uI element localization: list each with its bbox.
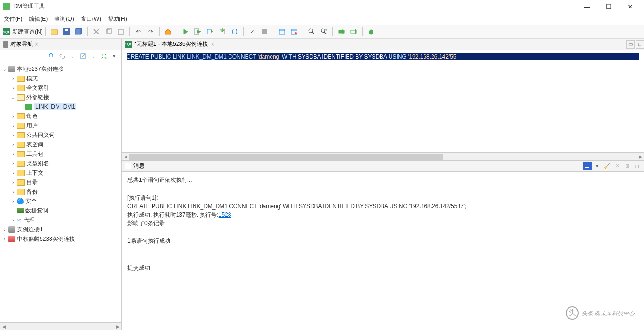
exec-id-link[interactable]: 1528 <box>219 212 231 218</box>
menu-edit[interactable]: 编辑(E) <box>29 15 48 23</box>
tree-node-backup[interactable]: ›备份 <box>0 187 121 196</box>
svg-line-20 <box>324 32 326 34</box>
minimize-button[interactable]: — <box>576 0 598 13</box>
tree-node-replication[interactable]: 数据复制 <box>0 206 121 215</box>
tree-node-tablespace[interactable]: ›表空间 <box>0 140 121 149</box>
sidebar: 对象导航 × ⋮ ⋮ ▾ ⌄本地5237实例连接 ›模式 ›全文索引 ⌄外部链接… <box>0 39 122 330</box>
tree-node-link-dm-dm1[interactable]: LINK_DM_DM1 <box>0 102 121 111</box>
expand-icon[interactable] <box>100 52 108 60</box>
tree-node-fulltext[interactable]: ›全文索引 <box>0 83 121 93</box>
separator: ⋮ <box>89 52 98 60</box>
connection-icon <box>8 226 15 233</box>
maximize-pane-icon[interactable]: □ <box>636 40 644 49</box>
tree-node-synonym[interactable]: ›公共同义词 <box>0 130 121 140</box>
menubar: 文件(F) 编辑(E) 查询(Q) 窗口(W) 帮助(H) <box>0 13 644 25</box>
tree-node-external-links[interactable]: ⌄外部链接 <box>0 93 121 102</box>
toggle1-icon[interactable] <box>336 26 347 37</box>
execute-icon[interactable] <box>180 26 191 37</box>
calendar2-icon[interactable] <box>289 26 299 37</box>
menu-dropdown-icon[interactable]: ▾ <box>110 52 119 60</box>
open-icon[interactable] <box>49 26 59 37</box>
minimize-pane-icon[interactable]: ▭ <box>626 40 635 49</box>
sidebar-tab-close-icon[interactable]: × <box>35 41 38 48</box>
message-icon <box>125 163 131 169</box>
home-icon[interactable] <box>163 26 173 37</box>
msg-max-icon[interactable]: □ <box>633 162 641 170</box>
toggle2-icon[interactable] <box>348 26 359 37</box>
object-tree[interactable]: ⌄本地5237实例连接 ›模式 ›全文索引 ⌄外部链接 LINK_DM_DM1 … <box>0 62 121 322</box>
connection-icon <box>8 66 15 72</box>
tree-node-user[interactable]: ›用户 <box>0 121 121 130</box>
bug-icon[interactable] <box>366 26 376 37</box>
svg-line-27 <box>52 57 54 59</box>
stop-icon[interactable] <box>259 26 270 37</box>
msg-dropdown-icon[interactable]: ▾ <box>593 162 602 170</box>
editor-tab-close-icon[interactable]: × <box>211 41 214 48</box>
undo-icon[interactable]: ↶ <box>133 26 144 37</box>
svg-point-17 <box>309 29 313 33</box>
sidebar-tab[interactable]: 对象导航 × <box>0 39 121 50</box>
messages-tab-label[interactable]: 消息 <box>133 162 144 170</box>
link-icon[interactable] <box>58 52 67 60</box>
svg-point-19 <box>321 29 325 33</box>
save-icon[interactable] <box>61 26 72 37</box>
execute-script-icon[interactable] <box>193 26 203 37</box>
brackets-icon[interactable] <box>229 26 240 37</box>
svg-rect-2 <box>65 29 68 31</box>
msg-line: CREATE PUBLIC LINK LINK_DM_DM1 CONNECT '… <box>127 202 638 211</box>
menu-window[interactable]: 窗口(W) <box>81 15 101 23</box>
tree-node-directory[interactable]: ›目录 <box>0 178 121 187</box>
menu-file[interactable]: 文件(F) <box>4 15 22 23</box>
tree-node-typealias[interactable]: ›类型别名 <box>0 159 121 168</box>
calendar1-icon[interactable] <box>277 26 287 37</box>
export-icon[interactable] <box>217 26 228 37</box>
svg-point-16 <box>295 32 297 34</box>
redo-icon[interactable]: ↷ <box>145 26 156 37</box>
editor-tab-label[interactable]: *无标题1 - 本地5236实例连接 <box>134 40 208 48</box>
separator: ⋮ <box>68 52 77 60</box>
msg-x2-icon[interactable]: ⊠ <box>623 162 631 170</box>
svg-line-18 <box>312 32 314 34</box>
copy-icon[interactable] <box>103 26 114 37</box>
main-area: 对象导航 × ⋮ ⋮ ▾ ⌄本地5237实例连接 ›模式 ›全文索引 ⌄外部链接… <box>0 39 644 330</box>
db-nav-icon <box>3 41 8 48</box>
tree-node-context[interactable]: ›上下文 <box>0 168 121 178</box>
new-query-label: 新建查询(N) <box>12 28 43 36</box>
svg-point-26 <box>49 53 53 57</box>
save-all-icon[interactable] <box>74 26 84 37</box>
messages-output[interactable]: 总共1个语句正依次执行... [执行语句1]: CREATE PUBLIC LI… <box>122 172 644 330</box>
replication-icon <box>17 208 24 213</box>
edit-icon[interactable] <box>79 52 87 60</box>
tree-root[interactable]: ⌄本地5237实例连接 <box>0 64 121 74</box>
step-over-icon[interactable] <box>205 26 215 37</box>
main-toolbar: SQL 新建查询(N) ↶ ↷ ✓ <box>0 25 644 39</box>
msg-filter-icon[interactable]: ☰ <box>583 162 592 170</box>
sql-editor-pane: CREATE PUBLIC LINK LINK_DM_DM1 CONNECT '… <box>122 50 644 161</box>
new-query-button[interactable]: SQL 新建查询(N) <box>3 28 43 36</box>
msg-x1-icon[interactable]: ✕ <box>613 162 621 170</box>
sidebar-hscroll[interactable]: ◀▶ <box>0 322 121 330</box>
svg-rect-12 <box>279 29 285 34</box>
editor-hscroll[interactable]: ◀▶ <box>122 152 644 160</box>
check-icon[interactable]: ✓ <box>247 26 257 37</box>
msg-clear-icon[interactable]: 🧹 <box>603 162 611 170</box>
tree-node-role[interactable]: ›角色 <box>0 111 121 121</box>
sql-editor[interactable]: CREATE PUBLIC LINK LINK_DM_DM1 CONNECT '… <box>122 50 644 152</box>
connection-icon <box>8 236 15 242</box>
cut-icon[interactable] <box>91 26 102 37</box>
find-replace-icon[interactable] <box>319 26 329 37</box>
find-icon[interactable] <box>306 26 317 37</box>
paste-icon[interactable] <box>116 26 126 37</box>
tree-node-toolkit[interactable]: ›工具包 <box>0 149 121 159</box>
menu-query[interactable]: 查询(Q) <box>54 15 74 23</box>
maximize-button[interactable]: ☐ <box>598 0 619 13</box>
filter-icon[interactable] <box>48 52 56 60</box>
msg-line: 总共1个语句正依次执行... <box>127 176 638 184</box>
close-button[interactable]: ✕ <box>619 0 641 13</box>
tree-node-agent[interactable]: ›≋代理 <box>0 215 121 225</box>
tree-conn3[interactable]: ›中标麒麟5238实例连接 <box>0 234 121 244</box>
tree-node-schema[interactable]: ›模式 <box>0 74 121 83</box>
menu-help[interactable]: 帮助(H) <box>108 15 127 23</box>
tree-conn2[interactable]: ›实例连接1 <box>0 225 121 234</box>
tree-node-security[interactable]: ›安全 <box>0 196 121 206</box>
